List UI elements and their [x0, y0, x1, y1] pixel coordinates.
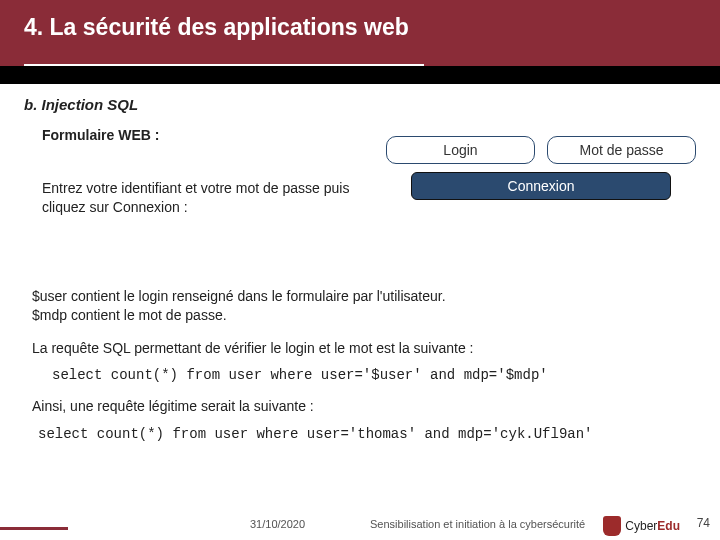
section-subtitle: b. Injection SQL [24, 96, 696, 113]
code-template: select count(*) from user where user='$u… [52, 367, 696, 383]
paragraph-legit-intro: Ainsi, une requête légitime serait la su… [32, 397, 696, 416]
connect-button[interactable]: Connexion [411, 172, 671, 200]
logo-text: CyberEdu [625, 519, 680, 533]
footer-logo: CyberEdu [603, 516, 680, 536]
password-input[interactable]: Mot de passe [547, 136, 696, 164]
content-area: b. Injection SQL Formulaire WEB : Login … [24, 96, 696, 442]
title-band: 4. La sécurité des applications web [0, 0, 720, 66]
line-mdp: $mdp contient le mot de passe. [32, 307, 227, 323]
slide-title: 4. La sécurité des applications web [24, 14, 696, 41]
footer: 31/10/2020 Sensibilisation et initiation… [0, 506, 720, 540]
footer-accent [0, 527, 68, 530]
code-example: select count(*) from user where user='th… [38, 426, 696, 442]
footer-date: 31/10/2020 [250, 518, 305, 530]
page-number: 74 [697, 516, 710, 530]
logo-suffix: Edu [657, 519, 680, 533]
paragraph-user: $user contient le login renseigné dans l… [32, 287, 696, 325]
logo-prefix: Cyber [625, 519, 657, 533]
paragraph-query-intro: La requête SQL permettant de vérifier le… [32, 339, 696, 358]
line-user: $user contient le login renseigné dans l… [32, 288, 446, 304]
login-input[interactable]: Login [386, 136, 535, 164]
footer-tagline: Sensibilisation et initiation à la cyber… [370, 518, 585, 530]
form-row: Login Mot de passe Connexion Entrez votr… [24, 151, 696, 217]
form-instruction: Entrez votre identifiant et votre mot de… [42, 179, 382, 217]
black-band [0, 66, 720, 84]
shield-icon [603, 516, 621, 536]
